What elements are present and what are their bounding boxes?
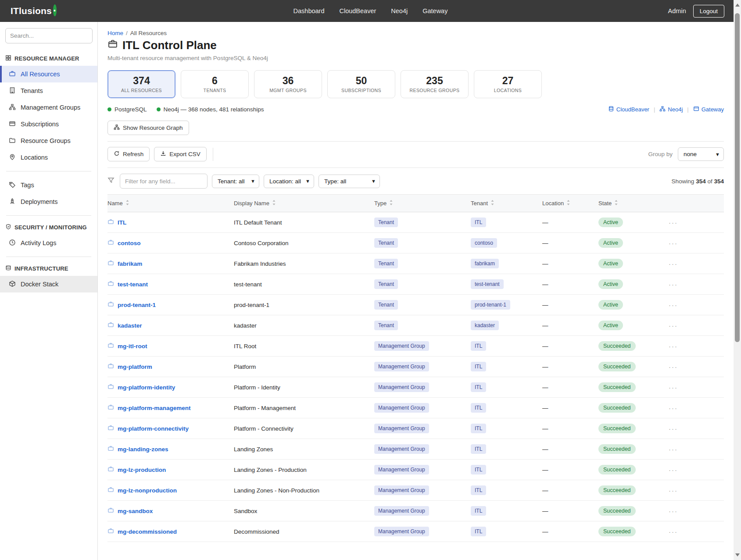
row-actions-menu[interactable]: ··· <box>649 384 678 391</box>
row-actions-menu[interactable]: ··· <box>649 528 678 535</box>
location-value: — <box>542 240 548 246</box>
stat-card[interactable]: 6 TENANTS <box>181 70 249 98</box>
sidebar-item-all-resources[interactable]: All Resources <box>0 66 97 82</box>
briefcase-icon <box>107 280 114 288</box>
stat-label: SUBSCRIPTIONS <box>341 88 381 93</box>
table-row: prod-tenant-1 prod-tenant-1 Tenant prod-… <box>107 295 724 315</box>
row-actions-menu[interactable]: ··· <box>649 446 678 453</box>
stat-card[interactable]: 374 ALL RESOURCES <box>107 70 175 98</box>
neo4j-link[interactable]: Neo4j <box>659 106 683 113</box>
stat-card[interactable]: 36 MGMT GROUPS <box>254 70 322 98</box>
resource-name-link[interactable]: mg-platform-connectivity <box>118 425 189 432</box>
location-filter-select[interactable]: Location: all <box>264 175 314 188</box>
export-csv-button[interactable]: Export CSV <box>154 147 207 161</box>
resource-name-link[interactable]: kadaster <box>118 322 142 329</box>
nav-link-neo4j[interactable]: Neo4j <box>391 7 408 14</box>
resource-name-link[interactable]: mg-lz-production <box>118 467 166 473</box>
sidebar: RESOURCE MANAGER All Resources Tenants M… <box>0 22 98 560</box>
row-actions-menu[interactable]: ··· <box>649 322 678 329</box>
resource-display-name: Platform - Identity <box>234 384 280 391</box>
resource-name-link[interactable]: ITL <box>118 219 126 226</box>
breadcrumb-home-link[interactable]: Home <box>107 30 123 36</box>
resource-name-link[interactable]: mg-lz-nonproduction <box>118 487 177 494</box>
table-row: fabrikam Fabrikam Industries Tenant fabr… <box>107 253 724 274</box>
sidebar-item-management-groups[interactable]: Management Groups <box>0 99 97 116</box>
gateway-link[interactable]: Gateway <box>693 106 724 113</box>
type-filter-select[interactable]: Type: all <box>319 175 380 188</box>
show-resource-graph-button[interactable]: Show Resource Graph <box>107 121 189 135</box>
row-actions-menu[interactable]: ··· <box>649 342 678 350</box>
sidebar-item-activity-logs[interactable]: Activity Logs <box>0 235 97 251</box>
column-header-type[interactable]: Type <box>374 200 471 207</box>
location-filter-wrap: Location: all ▼ <box>264 175 314 188</box>
location-value: — <box>542 425 548 432</box>
logout-button[interactable]: Logout <box>693 5 724 18</box>
filter-input[interactable] <box>120 174 208 189</box>
scrollbar-down-arrow-icon[interactable] <box>735 553 740 556</box>
sidebar-item-docker-stack[interactable]: Docker Stack <box>0 276 97 292</box>
resource-name-link[interactable]: mg-decommissioned <box>118 528 177 535</box>
row-actions-menu[interactable]: ··· <box>649 466 678 474</box>
resource-name-link[interactable]: fabrikam <box>118 260 142 267</box>
column-header-state[interactable]: State <box>598 200 649 207</box>
briefcase-icon <box>107 301 114 309</box>
resource-display-name: test-tenant <box>234 281 262 288</box>
sidebar-item-tags[interactable]: Tags <box>0 177 97 193</box>
resource-name-link[interactable]: mg-sandbox <box>118 508 153 514</box>
resource-name-link[interactable]: prod-tenant-1 <box>118 302 156 308</box>
stat-card[interactable]: 27 LOCATIONS <box>474 70 542 98</box>
sitemap-icon <box>9 103 16 112</box>
briefcase-icon <box>107 363 114 371</box>
brand-logo[interactable]: ITlusions· <box>11 6 57 16</box>
resource-name-link[interactable]: test-tenant <box>118 281 148 288</box>
row-actions-menu[interactable]: ··· <box>649 487 678 494</box>
column-header-display-name[interactable]: Display Name <box>234 200 374 207</box>
briefcase-icon <box>107 528 114 535</box>
shield-icon <box>5 224 11 231</box>
resource-name-link[interactable]: mg-platform-identity <box>118 384 175 391</box>
resource-name-link[interactable]: mg-platform-management <box>118 405 191 411</box>
row-actions-menu[interactable]: ··· <box>649 219 678 226</box>
nav-link-gateway[interactable]: Gateway <box>422 7 447 14</box>
database-icon <box>608 106 614 113</box>
sidebar-search-input[interactable] <box>5 28 93 43</box>
page-scrollbar[interactable] <box>734 0 741 560</box>
tenant-filter-select[interactable]: Tenant: all <box>212 175 259 188</box>
stat-card[interactable]: 235 RESOURCE GROUPS <box>401 70 469 98</box>
row-actions-menu[interactable]: ··· <box>649 260 678 268</box>
resource-display-name: prod-tenant-1 <box>234 302 269 308</box>
row-actions-menu[interactable]: ··· <box>649 404 678 412</box>
row-actions-menu[interactable]: ··· <box>649 507 678 515</box>
table-row: mg-sandbox Sandbox Management Group ITL … <box>107 501 724 521</box>
scrollbar-thumb[interactable] <box>735 13 740 342</box>
sidebar-item-deployments[interactable]: Deployments <box>0 193 97 210</box>
refresh-button[interactable]: Refresh <box>107 147 150 161</box>
group-by-select[interactable]: none <box>678 147 724 161</box>
row-actions-menu[interactable]: ··· <box>649 363 678 371</box>
scrollbar-up-arrow-icon[interactable] <box>735 4 740 7</box>
sidebar-item-locations[interactable]: Locations <box>0 149 97 166</box>
column-header-name[interactable]: Name <box>107 200 234 207</box>
sidebar-item-tenants[interactable]: Tenants <box>0 82 97 99</box>
row-actions-menu[interactable]: ··· <box>649 281 678 288</box>
stat-card[interactable]: 50 SUBSCRIPTIONS <box>327 70 395 98</box>
sidebar-item-resource-groups[interactable]: Resource Groups <box>0 132 97 149</box>
resource-name-link[interactable]: contoso <box>118 240 141 246</box>
resource-name-link[interactable]: mg-platform <box>118 364 152 370</box>
briefcase-icon <box>107 342 114 350</box>
type-badge: Tenant <box>374 321 398 330</box>
nav-link-cloudbeaver[interactable]: CloudBeaver <box>339 7 376 14</box>
row-actions-menu[interactable]: ··· <box>649 425 678 432</box>
resource-name-link[interactable]: mg-landing-zones <box>118 446 168 453</box>
divider <box>107 141 724 142</box>
column-header-location[interactable]: Location <box>542 200 598 207</box>
sidebar-item-subscriptions[interactable]: Subscriptions <box>0 116 97 132</box>
column-header-tenant[interactable]: Tenant <box>471 200 542 207</box>
row-actions-menu[interactable]: ··· <box>649 239 678 247</box>
row-actions-menu[interactable]: ··· <box>649 301 678 309</box>
nav-link-dashboard[interactable]: Dashboard <box>294 7 325 14</box>
resource-name-link[interactable]: mg-itl-root <box>118 343 147 350</box>
cloudbeaver-link[interactable]: CloudBeaver <box>608 106 649 113</box>
type-badge: Management Group <box>374 403 429 413</box>
state-badge: Succeeded <box>598 341 636 351</box>
